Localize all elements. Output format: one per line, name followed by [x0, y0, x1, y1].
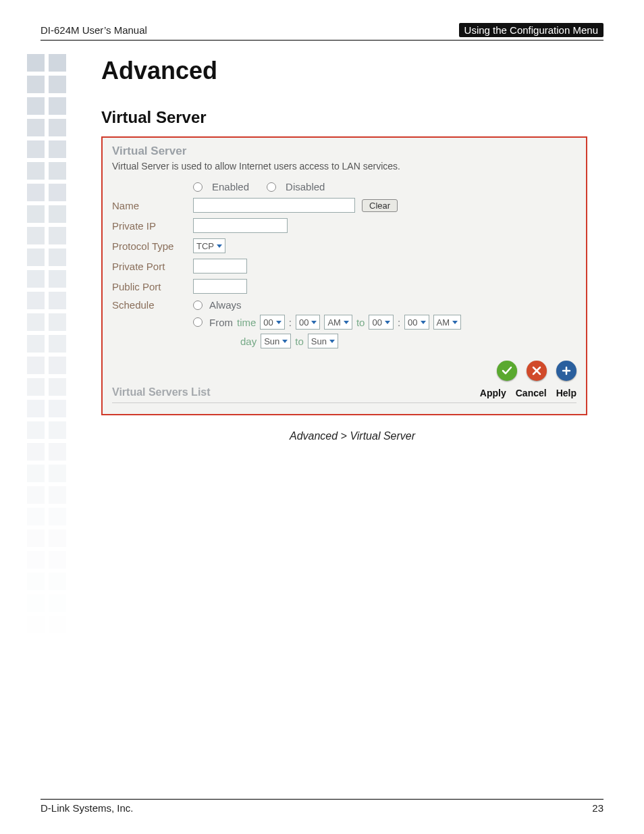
help-label: Help [556, 388, 576, 398]
decorative-squares [27, 54, 74, 637]
to-label-2: to [295, 336, 304, 347]
public-port-input[interactable] [193, 279, 247, 294]
chevron-down-icon [385, 321, 390, 324]
cancel-button[interactable] [527, 361, 547, 381]
enabled-label: Enabled [212, 181, 249, 192]
chevron-down-icon [329, 340, 335, 343]
name-label: Name [112, 200, 186, 211]
cancel-label: Cancel [516, 388, 547, 398]
schedule-always-label: Always [209, 299, 242, 311]
to-min-select[interactable]: 00 [404, 315, 429, 330]
day-label: day [240, 336, 257, 347]
private-ip-input[interactable] [193, 218, 288, 233]
from-hour-select[interactable]: 00 [260, 315, 284, 330]
apply-label: Apply [480, 388, 506, 398]
private-port-label: Private Port [112, 261, 186, 272]
to-day-select[interactable]: Sun [308, 334, 338, 348]
chevron-down-icon [217, 244, 222, 248]
chevron-down-icon [421, 321, 426, 324]
schedule-always-radio[interactable] [193, 301, 203, 310]
to-hour-select[interactable]: 00 [369, 315, 393, 330]
time-label: time [237, 317, 256, 328]
to-label: to [356, 317, 365, 328]
page-number: 23 [592, 802, 603, 814]
protocol-type-value: TCP [196, 241, 214, 251]
from-ampm-select[interactable]: AM [324, 315, 352, 330]
schedule-from-label: From [209, 317, 233, 328]
private-ip-label: Private IP [112, 220, 186, 232]
name-input[interactable] [193, 198, 355, 213]
subsection-title: Virtual Server [101, 108, 603, 127]
schedule-label: Schedule [112, 299, 186, 311]
chevron-down-icon [344, 321, 349, 324]
chevron-down-icon [276, 321, 281, 324]
apply-button[interactable] [497, 361, 517, 381]
section-title: Advanced [101, 57, 603, 85]
private-port-input[interactable] [193, 259, 247, 273]
virtual-server-panel: Virtual Server Virtual Server is used to… [101, 136, 587, 415]
chevron-down-icon [282, 340, 288, 343]
help-button[interactable] [556, 361, 576, 381]
panel-title: Virtual Server [112, 145, 576, 158]
clear-button[interactable]: Clear [362, 199, 398, 212]
disabled-label: Disabled [286, 181, 325, 192]
schedule-from-radio[interactable] [193, 317, 203, 327]
disabled-radio[interactable] [267, 182, 276, 192]
virtual-servers-list-title: Virtual Servers List [112, 386, 211, 398]
panel-description: Virtual Server is used to allow Internet… [112, 161, 576, 172]
to-ampm-select[interactable]: AM [433, 315, 462, 330]
from-day-select[interactable]: Sun [261, 334, 291, 348]
figure-caption: Advanced > Virtual Server [101, 430, 603, 442]
protocol-type-label: Protocol Type [112, 240, 186, 252]
header-left: DI-624M User’s Manual [41, 24, 147, 37]
chevron-down-icon [452, 321, 458, 324]
chevron-down-icon [311, 321, 317, 324]
from-min-select[interactable]: 00 [296, 315, 320, 330]
protocol-type-select[interactable]: TCP [193, 238, 225, 253]
enabled-radio[interactable] [193, 182, 203, 192]
check-icon [502, 365, 512, 376]
plus-icon [562, 366, 571, 375]
header-right: Using the Configuration Menu [459, 23, 603, 37]
public-port-label: Public Port [112, 281, 186, 292]
close-icon [532, 366, 541, 375]
footer-left: D-Link Systems, Inc. [41, 802, 134, 814]
